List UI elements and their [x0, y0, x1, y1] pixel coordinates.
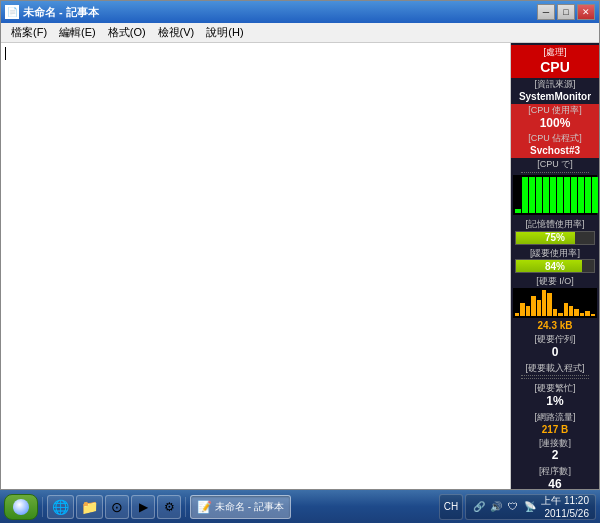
io-bar-segment — [591, 314, 595, 316]
monitor-cpu-usage-label: [CPU 使用率] — [513, 105, 597, 116]
monitor-cpu-process-value: Svchost#3 — [513, 144, 597, 157]
cpu-bar-segment — [578, 177, 584, 213]
ie-icon-glyph: 🌐 — [52, 499, 69, 515]
separator-2 — [521, 375, 588, 376]
ie-icon[interactable]: 🌐 — [47, 495, 74, 519]
monitor-disk-busy-label: [硬要繁忙] — [513, 383, 597, 394]
taskbar: 🌐 📁 ⊙ ▶ ⚙ 📝 未命名 - 記事本 CH 🔗 🔊 🛡 📡 上午 11:2… — [0, 490, 600, 523]
menu-help[interactable]: 說明(H) — [200, 23, 249, 42]
io-bar-segment — [564, 303, 568, 316]
monitor-connect-section: [連接數] 2 — [511, 437, 599, 465]
system-tray: 🔗 🔊 🛡 📡 上午 11:20 2011/5/26 — [465, 494, 596, 520]
io-bar-segment — [531, 296, 535, 316]
cpu-bar-segment — [543, 177, 549, 213]
cache-bar-text: 84% — [516, 260, 594, 272]
network-tray-icon[interactable]: 🔗 — [472, 500, 486, 514]
cpu-bar-segment — [571, 177, 577, 213]
menu-format[interactable]: 格式(O) — [102, 23, 152, 42]
language-indicator[interactable]: CH — [439, 494, 463, 520]
monitor-disk-process-label: [硬要載入程式] — [513, 363, 597, 374]
monitor-panel: [處理] CPU [資訊來源] SystemMonitor [CPU 使用率] … — [511, 43, 599, 489]
speaker-tray-icon[interactable]: 🔊 — [489, 500, 503, 514]
menu-file[interactable]: 檔案(F) — [5, 23, 53, 42]
title-bar-left: 📄 未命名 - 記事本 — [5, 5, 99, 20]
monitor-disk-queue-label: [硬要佇列] — [513, 334, 597, 345]
media-icon-glyph: ▶ — [139, 500, 148, 514]
cpu-bar-segment — [515, 209, 521, 213]
menu-view[interactable]: 檢視(V) — [152, 23, 201, 42]
monitor-io-label: [硬要 I/O] — [513, 276, 597, 287]
io-bar-segment — [537, 300, 541, 316]
notepad-textarea[interactable] — [1, 43, 511, 489]
monitor-source-label: [資訊來源] — [513, 79, 597, 90]
cpu-bar-segment — [536, 177, 542, 213]
close-button[interactable]: ✕ — [577, 4, 595, 20]
memory-bar-text: 75% — [516, 232, 594, 244]
io-bar-segment — [553, 309, 557, 316]
io-bar-segment — [585, 311, 589, 316]
io-bar-segment — [520, 303, 524, 316]
main-area: [處理] CPU [資訊來源] SystemMonitor [CPU 使用率] … — [1, 43, 599, 489]
cpu-bar-segment — [557, 177, 563, 213]
cpu-bar-segment — [550, 177, 556, 213]
monitor-disk-busy-value: 1% — [513, 394, 597, 410]
security-tray-icon[interactable]: 🛡 — [506, 500, 520, 514]
monitor-cpu-process-section: [CPU 佔程式] Svchost#3 — [511, 132, 599, 158]
rss-tray-icon[interactable]: 📡 — [523, 500, 537, 514]
io-bar-segment — [569, 306, 573, 316]
io-bar-segment — [558, 313, 562, 316]
monitor-connect-label: [連接數] — [513, 438, 597, 449]
menu-bar: 檔案(F) 編輯(E) 格式(O) 檢視(V) 說明(H) — [1, 23, 599, 43]
io-bar-segment — [515, 313, 519, 316]
monitor-connect-value: 2 — [513, 448, 597, 464]
monitor-source-value: SystemMonitor — [513, 90, 597, 103]
monitor-cpu-header: [處理] CPU — [511, 45, 599, 78]
cpu-bar-segment — [564, 177, 570, 213]
clock-time: 上午 11:20 — [541, 494, 589, 507]
windows-orb — [13, 499, 29, 515]
monitor-network-section: [網路流量] 217 B — [511, 411, 599, 437]
io-bar-segment — [547, 293, 551, 316]
title-buttons: ─ □ ✕ — [537, 4, 595, 20]
window-title: 未命名 - 記事本 — [23, 5, 99, 20]
cpu-bar-segment — [585, 177, 591, 213]
monitor-thread-section: [程序數] 46 — [511, 465, 599, 489]
io-graph — [513, 288, 597, 318]
monitor-memory-label: [記憶體使用率] — [513, 219, 597, 230]
settings-icon-glyph: ⚙ — [164, 500, 175, 514]
text-cursor — [5, 47, 6, 60]
monitor-header-value: CPU — [513, 58, 597, 76]
io-bar-segment — [526, 306, 530, 316]
taskbar-separator-1 — [42, 497, 43, 517]
io-bar-segment — [574, 309, 578, 316]
io-bar-segment — [580, 313, 584, 316]
maximize-button[interactable]: □ — [557, 4, 575, 20]
menu-edit[interactable]: 編輯(E) — [53, 23, 102, 42]
start-button[interactable] — [4, 494, 38, 520]
monitor-header-label: [處理] — [513, 47, 597, 58]
chrome-icon-glyph: ⊙ — [111, 499, 123, 515]
monitor-io-section: [硬要 I/O] 24.3 kB — [511, 275, 599, 333]
notepad-taskbar-button[interactable]: 📝 未命名 - 記事本 — [190, 495, 291, 519]
cpu-graph — [513, 175, 597, 215]
taskbar-separator-2 — [185, 497, 186, 517]
monitor-source-section: [資訊來源] SystemMonitor — [511, 78, 599, 104]
settings-icon[interactable]: ⚙ — [157, 495, 181, 519]
chrome-icon[interactable]: ⊙ — [105, 495, 129, 519]
notepad-taskbar-icon: 📝 — [197, 500, 212, 514]
separator-1 — [521, 172, 588, 173]
monitor-thread-value: 46 — [513, 477, 597, 489]
monitor-io-value: 24.3 kB — [513, 319, 597, 332]
notepad-window: 📄 未命名 - 記事本 ─ □ ✕ 檔案(F) 編輯(E) 格式(O) 檢視(V… — [0, 0, 600, 490]
monitor-disk-queue-section: [硬要佇列] 0 — [511, 333, 599, 361]
io-bar-segment — [542, 290, 546, 316]
minimize-button[interactable]: ─ — [537, 4, 555, 20]
monitor-cache-label: [緩要使用率] — [513, 248, 597, 259]
monitor-network-label: [網路流量] — [513, 412, 597, 423]
monitor-disk-process-section: [硬要載入程式] — [511, 362, 599, 383]
language-text: CH — [444, 501, 458, 512]
media-icon[interactable]: ▶ — [131, 495, 155, 519]
system-clock[interactable]: 上午 11:20 2011/5/26 — [541, 494, 589, 520]
explorer-icon[interactable]: 📁 — [76, 495, 103, 519]
monitor-cpu-graph-label: [CPU で] — [513, 159, 597, 170]
